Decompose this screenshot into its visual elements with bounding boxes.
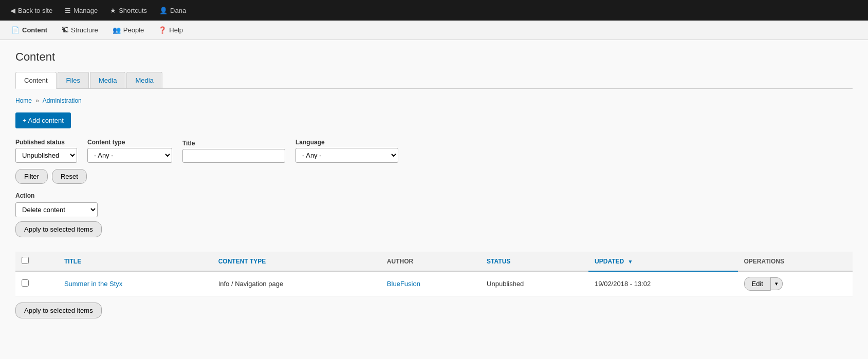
row-status-cell: Unpublished: [481, 271, 588, 296]
header-author: AUTHOR: [381, 252, 481, 271]
title-input[interactable]: [182, 149, 285, 163]
user-button[interactable]: 👤 Dana: [154, 4, 191, 17]
content-type-label: Content type: [87, 139, 172, 146]
star-icon: ★: [110, 7, 116, 14]
structure-icon: 🏗: [62, 26, 68, 34]
row-checkbox[interactable]: [22, 279, 29, 287]
filter-language: Language - Any - English French: [296, 139, 398, 163]
row-author-cell: BlueFusion: [381, 271, 481, 296]
header-checkbox: [15, 252, 58, 271]
content-table: TITLE CONTENT TYPE AUTHOR STATUS UPDATED…: [15, 252, 853, 296]
tab-files[interactable]: Files: [58, 72, 89, 88]
table-header-row: TITLE CONTENT TYPE AUTHOR STATUS UPDATED…: [15, 252, 853, 271]
table-row: Summer in the Styx Info / Navigation pag…: [15, 271, 853, 296]
back-to-site-button[interactable]: ◀ Back to site: [5, 4, 58, 17]
breadcrumb: Home » Administration: [15, 97, 853, 104]
header-status[interactable]: STATUS: [481, 252, 588, 271]
row-title-cell: Summer in the Styx: [58, 271, 212, 296]
reset-button[interactable]: Reset: [52, 169, 87, 184]
help-icon: ❓: [158, 26, 167, 34]
add-content-button[interactable]: + Add content: [15, 112, 71, 128]
published-status-select[interactable]: - Any - Published Unpublished: [15, 148, 77, 163]
breadcrumb-admin[interactable]: Administration: [43, 97, 82, 104]
apply-bottom-wrap: Apply to selected items: [15, 303, 853, 325]
nav-item-help[interactable]: ❓ Help: [152, 22, 189, 38]
shortcuts-button[interactable]: ★ Shortcuts: [105, 4, 152, 17]
filter-row: Published status - Any - Published Unpub…: [15, 139, 853, 163]
edit-button-wrap: Edit ▾: [744, 277, 847, 291]
row-operations-cell: Edit ▾: [738, 271, 853, 296]
content-type-select[interactable]: - Any - Article Basic page Info / Naviga…: [87, 148, 172, 163]
user-icon: 👤: [159, 7, 168, 14]
filter-content-type: Content type - Any - Article Basic page …: [87, 139, 172, 163]
action-label: Action: [15, 192, 853, 199]
row-author-link[interactable]: BlueFusion: [387, 280, 420, 288]
manage-button[interactable]: ☰ Manage: [60, 4, 103, 17]
action-section: Action Delete content Publish content Un…: [15, 192, 853, 243]
row-updated-cell: 19/02/2018 - 13:02: [588, 271, 737, 296]
menu-icon: ☰: [65, 7, 71, 14]
language-select[interactable]: - Any - English French: [296, 148, 398, 163]
published-status-label: Published status: [15, 139, 77, 146]
apply-bottom-button[interactable]: Apply to selected items: [15, 303, 102, 318]
nav-item-people[interactable]: 👥 People: [106, 22, 150, 38]
tab-content[interactable]: Content: [15, 72, 57, 89]
back-icon: ◀: [10, 7, 15, 14]
header-content-type[interactable]: CONTENT TYPE: [212, 252, 381, 271]
breadcrumb-home[interactable]: Home: [15, 97, 33, 104]
filter-section: Published status - Any - Published Unpub…: [15, 139, 853, 184]
filter-button[interactable]: Filter: [15, 169, 48, 184]
select-all-checkbox[interactable]: [22, 257, 29, 264]
filter-title: Title: [182, 140, 285, 163]
filter-published-status: Published status - Any - Published Unpub…: [15, 139, 77, 163]
edit-button[interactable]: Edit: [744, 277, 771, 291]
people-icon: 👥: [113, 26, 121, 34]
content-icon: 📄: [11, 26, 20, 34]
action-select[interactable]: Delete content Publish content Unpublish…: [15, 202, 98, 217]
main-content: Content Content Files Media Media Home »…: [0, 40, 868, 359]
apply-top-button[interactable]: Apply to selected items: [15, 221, 102, 237]
row-title-link[interactable]: Summer in the Styx: [64, 280, 122, 288]
nav-item-content[interactable]: 📄 Content: [5, 22, 53, 38]
chevron-down-icon: ▾: [775, 280, 778, 287]
header-operations: OPERATIONS: [738, 252, 853, 271]
sort-icon: ▼: [628, 259, 633, 264]
row-content-type-cell: Info / Navigation page: [212, 271, 381, 296]
language-label: Language: [296, 139, 398, 146]
filter-buttons: Filter Reset: [15, 169, 853, 184]
admin-bar: ◀ Back to site ☰ Manage ★ Shortcuts 👤 Da…: [0, 0, 868, 21]
edit-dropdown-button[interactable]: ▾: [771, 277, 783, 290]
secondary-nav: 📄 Content 🏗 Structure 👥 People ❓ Help: [0, 21, 868, 40]
breadcrumb-separator: »: [35, 97, 39, 104]
row-checkbox-cell: [15, 271, 58, 296]
header-updated[interactable]: UPDATED ▼: [588, 252, 737, 271]
action-row: Delete content Publish content Unpublish…: [15, 202, 853, 217]
content-tabs: Content Files Media Media: [15, 72, 853, 89]
tab-media1[interactable]: Media: [90, 72, 125, 88]
page-title: Content: [15, 50, 853, 64]
tab-media2[interactable]: Media: [126, 72, 162, 88]
nav-item-structure[interactable]: 🏗 Structure: [56, 22, 104, 38]
title-label: Title: [182, 140, 285, 147]
header-title[interactable]: TITLE: [58, 252, 212, 271]
